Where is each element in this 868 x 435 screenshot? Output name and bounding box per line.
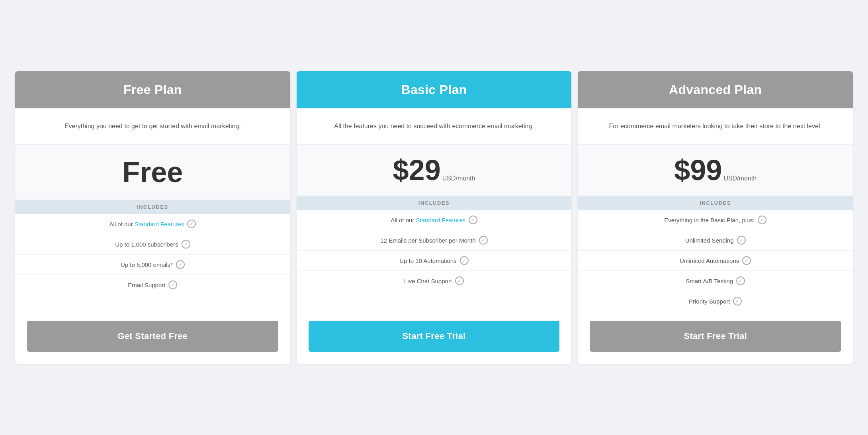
plan-card-free: Free PlanEverything you need to get to g… [15, 71, 290, 364]
feature-item-advanced-1: Unlimited Sending✓ [578, 230, 853, 251]
check-icon-free-3: ✓ [168, 280, 177, 289]
plan-header-free: Free Plan [15, 71, 290, 108]
feature-text-basic-1: 12 Emails per Subscriber per Month [380, 237, 475, 244]
plan-description-advanced: For ecommerce email marketers looking to… [578, 108, 853, 144]
check-icon-advanced-2: ✓ [742, 256, 751, 265]
feature-item-advanced-3: Smart A/B Testing✓ [578, 271, 853, 291]
feature-text-basic-0: All of our Standard Features [391, 217, 465, 223]
check-icon-free-2: ✓ [176, 260, 185, 269]
plan-card-advanced: Advanced PlanFor ecommerce email markete… [578, 71, 853, 364]
plan-description-free: Everything you need to get to get starte… [15, 108, 290, 144]
plan-price-advanced: $99 [674, 156, 722, 184]
feature-link-basic-0[interactable]: Standard Features [416, 217, 465, 223]
plan-price-box-basic: $29 USD/month [297, 144, 572, 196]
includes-bar-free: INCLUDES [15, 200, 290, 214]
feature-text-free-3: Email Support [128, 282, 165, 288]
features-list-advanced: Everything in the Basic Plan, plus:✓Unli… [578, 210, 853, 311]
cta-button-advanced[interactable]: Start Free Trial [590, 321, 841, 352]
cta-button-basic[interactable]: Start Free Trial [309, 321, 560, 352]
plan-price-box-free: Free [15, 144, 290, 200]
feature-item-basic-2: Up to 10 Automations✓ [297, 251, 572, 271]
includes-bar-advanced: INCLUDES [578, 196, 853, 210]
check-icon-basic-3: ✓ [455, 276, 464, 285]
feature-item-basic-3: Live Chat Support✓ [297, 271, 572, 291]
check-icon-advanced-4: ✓ [733, 297, 742, 306]
feature-item-basic-0: All of our Standard Features✓ [297, 210, 572, 230]
feature-text-advanced-3: Smart A/B Testing [686, 278, 733, 284]
feature-item-free-1: Up to 1,000 subscribers✓ [15, 234, 290, 255]
feature-text-advanced-1: Unlimited Sending [685, 237, 734, 244]
feature-text-basic-2: Up to 10 Automations [399, 257, 456, 264]
plan-header-basic: Basic Plan [297, 71, 572, 108]
plan-title-free: Free Plan [23, 82, 282, 97]
plan-description-basic: All the features you need to succeed wit… [297, 108, 572, 144]
feature-text-free-2: Up to 5,000 emails* [121, 261, 173, 268]
check-icon-basic-0: ✓ [469, 216, 477, 224]
plan-header-advanced: Advanced Plan [578, 71, 853, 108]
feature-item-free-2: Up to 5,000 emails*✓ [15, 255, 290, 275]
feature-item-advanced-2: Unlimited Automations✓ [578, 251, 853, 271]
plan-price-free: Free [122, 156, 183, 188]
includes-bar-basic: INCLUDES [297, 196, 572, 210]
feature-text-free-0: All of our Standard Features [109, 221, 184, 227]
plan-title-advanced: Advanced Plan [586, 82, 845, 97]
cta-button-free[interactable]: Get Started Free [27, 321, 278, 352]
feature-item-free-0: All of our Standard Features✓ [15, 214, 290, 234]
feature-item-advanced-4: Priority Support✓ [578, 291, 853, 311]
plan-footer-advanced: Start Free Trial [578, 311, 853, 364]
plan-price-unit-basic: USD/month [442, 173, 475, 184]
feature-text-free-1: Up to 1,000 subscribers [115, 241, 178, 248]
plan-price-box-advanced: $99 USD/month [578, 144, 853, 196]
feature-text-advanced-4: Priority Support [689, 298, 730, 305]
plan-footer-basic: Start Free Trial [297, 311, 572, 364]
feature-item-advanced-0: Everything in the Basic Plan, plus:✓ [578, 210, 853, 230]
plan-price-unit-advanced: USD/month [723, 173, 757, 184]
plan-footer-free: Get Started Free [15, 311, 290, 364]
feature-text-advanced-0: Everything in the Basic Plan, plus: [664, 217, 755, 223]
feature-item-basic-1: 12 Emails per Subscriber per Month✓ [297, 230, 572, 251]
features-list-free: All of our Standard Features✓Up to 1,000… [15, 214, 290, 311]
plan-title-basic: Basic Plan [305, 82, 564, 97]
check-icon-free-1: ✓ [182, 240, 190, 249]
check-icon-advanced-3: ✓ [736, 276, 745, 285]
plan-price-basic: $29 [393, 156, 441, 184]
check-icon-basic-2: ✓ [460, 256, 469, 265]
feature-item-free-3: Email Support✓ [15, 275, 290, 295]
check-icon-free-0: ✓ [187, 219, 196, 228]
pricing-container: Free PlanEverything you need to get to g… [8, 67, 860, 368]
check-icon-advanced-1: ✓ [737, 236, 746, 245]
check-icon-basic-1: ✓ [479, 236, 488, 245]
check-icon-advanced-0: ✓ [758, 216, 766, 224]
feature-link-free-0[interactable]: Standard Features [135, 221, 184, 227]
features-list-basic: All of our Standard Features✓12 Emails p… [297, 210, 572, 311]
feature-text-basic-3: Live Chat Support [404, 278, 452, 284]
plan-card-basic: Basic PlanAll the features you need to s… [297, 71, 572, 364]
feature-text-advanced-2: Unlimited Automations [680, 257, 739, 264]
